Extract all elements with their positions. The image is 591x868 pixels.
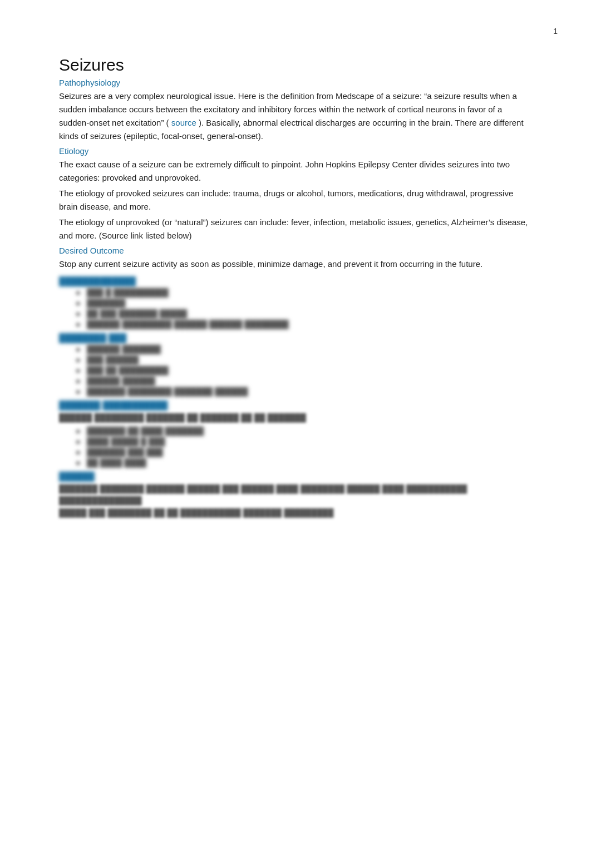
etiology-line1: The exact cause of a seizure can be extr… <box>59 158 532 185</box>
blurred-section-3: ███████ ███████████ ██████ █████████ ███… <box>59 400 532 467</box>
blurred-list-1: ●███ █ ██████████ ●███████ ●██ ███ █████… <box>59 288 532 329</box>
pathophysiology-body: Seizures are a very complex neurological… <box>59 90 532 143</box>
etiology-line3: The etiology of unprovoked (or “natural”… <box>59 216 532 242</box>
etiology-heading: Etiology <box>59 146 532 156</box>
blurred-heading-4: ██████ <box>59 472 532 481</box>
desired-outcome-body: Stop any current seizure activity as soo… <box>59 257 532 271</box>
pathophysiology-section: Pathophysiology Seizures are a very comp… <box>59 78 532 143</box>
desired-outcome-section: Desired Outcome Stop any current seizure… <box>59 246 532 271</box>
blurred-list-item: ●███████ ███ ███ <box>76 448 532 457</box>
source-link[interactable]: source <box>169 118 199 127</box>
blurred-list-3: ●███████ ██ ████ ███████ ●████ █████ █ █… <box>59 426 532 467</box>
blurred-list-item: ●███ ██ █████████ <box>76 366 532 375</box>
blurred-list-item: ●██████ █████████ ██████ ██████ ████████ <box>76 320 532 329</box>
etiology-section: Etiology The exact cause of a seizure ca… <box>59 146 532 242</box>
blurred-list-item: ●███ ██████ <box>76 355 532 364</box>
blurred-section-2: ████████ ███ ●██████ ███████ ●███ ██████… <box>59 333 532 396</box>
blurred-heading-2: ████████ ███ <box>59 333 532 343</box>
blurred-list-item: ●██████ ███████ <box>76 345 532 354</box>
etiology-line2: The etiology of provoked seizures can in… <box>59 187 532 214</box>
blurred-list-item: ●██ ███ ███████ █████ <box>76 309 532 318</box>
blurred-para-4: ███████ ████████ ███████ ██████ ███ ████… <box>59 483 532 519</box>
blurred-list-item: ●██ ████ ████ <box>76 458 532 467</box>
pathophysiology-heading: Pathophysiology <box>59 78 532 87</box>
blurred-list-item: ●████ █████ █ ███ <box>76 437 532 446</box>
blurred-section-1: █████████████ ●███ █ ██████████ ●███████… <box>59 276 532 329</box>
blurred-heading-1: █████████████ <box>59 276 532 286</box>
blurred-para-3: ██████ █████████ ███████ ██ ███████ ██ █… <box>59 412 532 424</box>
blurred-heading-3: ███████ ███████████ <box>59 400 532 410</box>
blurred-list-item: ●███████ ██ ████ ███████ <box>76 426 532 435</box>
blurred-list-item: ●███████ <box>76 299 532 307</box>
blurred-list-item: ●██████ ██████ <box>76 376 532 385</box>
blurred-list-2: ●██████ ███████ ●███ ██████ ●███ ██ ████… <box>59 345 532 396</box>
desired-outcome-heading: Desired Outcome <box>59 246 532 255</box>
blurred-section-4: ██████ ███████ ████████ ███████ ██████ █… <box>59 472 532 519</box>
page-title: Seizures <box>59 56 532 75</box>
blurred-list-item: ●███████ ████████ ███████ ██████ <box>76 387 532 396</box>
page-number: 1 <box>553 27 558 36</box>
blurred-list-item: ●███ █ ██████████ <box>76 288 532 297</box>
